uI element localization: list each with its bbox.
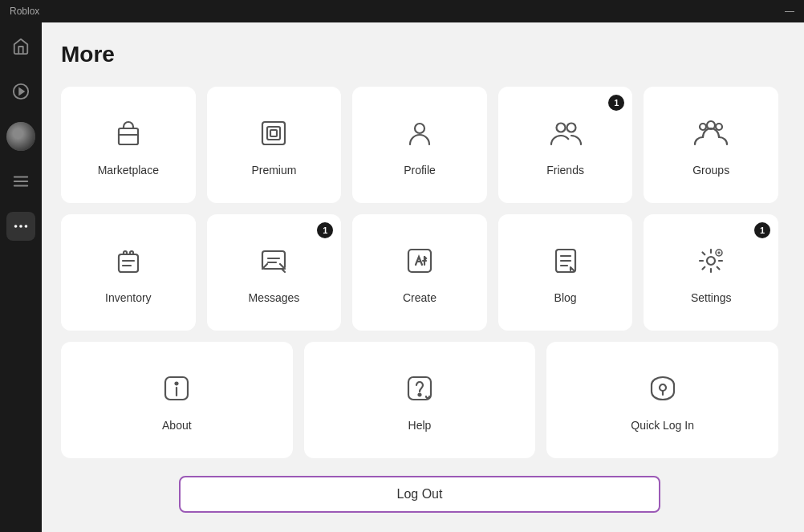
card-help-label: Help (408, 419, 432, 432)
profile-icon (404, 117, 436, 154)
card-marketplace[interactable]: Marketplace (61, 87, 196, 203)
main-content: More Marketplace (42, 22, 804, 532)
svg-point-22 (707, 257, 715, 265)
friends-icon (548, 117, 583, 154)
svg-rect-9 (262, 122, 285, 144)
page-title: More (61, 42, 778, 67)
svg-point-15 (700, 124, 706, 130)
logout-button[interactable]: Log Out (179, 476, 660, 513)
card-marketplace-label: Marketplace (98, 164, 159, 177)
card-inventory[interactable]: Inventory (61, 214, 196, 331)
svg-rect-8 (119, 128, 138, 144)
svg-point-17 (716, 124, 722, 130)
titlebar: Roblox — (0, 0, 804, 22)
app-title: Roblox (10, 6, 39, 17)
card-quicklogin-label: Quick Log In (631, 419, 694, 432)
card-friends[interactable]: 1 Friends (498, 87, 633, 203)
svg-point-14 (566, 123, 575, 132)
messages-icon (258, 245, 290, 282)
svg-point-12 (415, 124, 424, 133)
card-settings-label: Settings (691, 291, 732, 304)
svg-point-25 (176, 382, 178, 384)
card-settings[interactable]: 1 Settings (644, 214, 778, 331)
card-friends-label: Friends (546, 164, 584, 177)
inventory-icon (112, 245, 144, 282)
sidebar-item-more[interactable] (6, 212, 35, 241)
svg-point-6 (19, 225, 22, 228)
sidebar-item-avatar[interactable] (6, 122, 35, 151)
card-help[interactable]: Help (304, 342, 536, 458)
svg-rect-18 (119, 254, 138, 272)
sidebar-item-discover[interactable] (6, 77, 35, 106)
settings-badge: 1 (754, 222, 770, 238)
window-controls: — (785, 6, 794, 17)
card-blog-label: Blog (554, 291, 577, 304)
sidebar-item-list[interactable] (6, 167, 35, 196)
premium-icon (258, 117, 290, 154)
grid-row-3: About Help (61, 342, 778, 458)
card-profile[interactable]: Profile (352, 87, 487, 203)
settings-icon (695, 245, 727, 282)
quicklogin-icon (647, 372, 679, 409)
friends-badge: 1 (608, 95, 624, 111)
card-about[interactable]: About (61, 342, 293, 458)
avatar (6, 122, 35, 151)
create-icon (404, 245, 436, 282)
sidebar-item-home[interactable] (6, 32, 35, 61)
card-premium[interactable]: Premium (207, 87, 342, 203)
svg-rect-11 (270, 130, 277, 136)
svg-rect-10 (267, 127, 280, 140)
sidebar (0, 22, 42, 532)
card-messages-label: Messages (248, 291, 299, 304)
grid-row-2: Inventory 1 Messages (61, 214, 778, 331)
card-blog[interactable]: Blog (498, 214, 633, 331)
blog-icon (550, 245, 582, 282)
minimize-button[interactable]: — (785, 6, 794, 17)
app-body: More Marketplace (0, 22, 804, 532)
svg-marker-1 (19, 88, 24, 94)
groups-icon (693, 117, 729, 154)
card-about-label: About (162, 419, 192, 432)
card-premium-label: Premium (251, 164, 296, 177)
card-inventory-label: Inventory (105, 291, 152, 304)
grid-row-1: Marketplace Premium (61, 87, 778, 203)
card-profile-label: Profile (404, 164, 436, 177)
help-icon (404, 372, 436, 409)
about-icon (160, 372, 193, 409)
card-quicklogin[interactable]: Quick Log In (546, 342, 778, 458)
card-groups[interactable]: Groups (644, 87, 778, 203)
svg-point-28 (660, 384, 666, 391)
card-create-label: Create (403, 291, 437, 304)
svg-point-27 (418, 393, 420, 396)
shop-icon (112, 117, 144, 154)
svg-point-7 (25, 225, 28, 228)
messages-badge: 1 (317, 222, 333, 238)
card-messages[interactable]: 1 Messages (207, 214, 342, 331)
svg-point-13 (556, 123, 565, 132)
card-create[interactable]: Create (352, 214, 487, 331)
svg-point-5 (14, 225, 18, 228)
card-groups-label: Groups (692, 164, 729, 177)
logout-section: Log Out (61, 469, 778, 526)
